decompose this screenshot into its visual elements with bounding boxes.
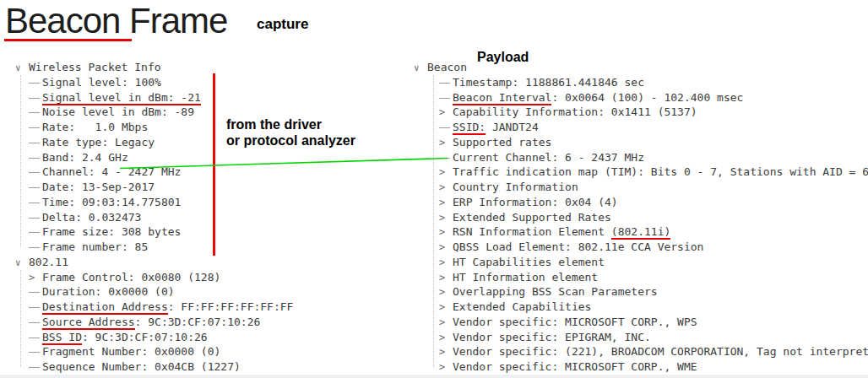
tree-item-text-red-underlined: SSID:	[453, 121, 486, 135]
tree-root-item[interactable]: ∨Beacon	[410, 60, 868, 75]
chevron-right-icon[interactable]: >	[439, 331, 453, 346]
chevron-down-icon[interactable]: ∨	[414, 61, 427, 76]
tree-item[interactable]: SSID: JANDT24	[410, 120, 868, 135]
tree-item-text: HT Information element	[453, 271, 598, 284]
tree-item-text: Channel: 4 - 2427 MHz	[42, 165, 181, 178]
tree-item[interactable]: Frame size: 308 bytes	[12, 224, 409, 240]
bottom-edge-strip	[0, 375, 868, 378]
chevron-right-icon[interactable]: >	[439, 285, 453, 300]
tree-item-text: JANDT24	[486, 121, 539, 133]
beacon-payload-tree: ∨BeaconTimestamp: 1188861.441846 secBeac…	[410, 60, 868, 375]
tree-branch-line	[29, 322, 40, 323]
chevron-right-icon[interactable]: >	[439, 345, 453, 360]
chevron-right-icon[interactable]: >	[439, 181, 453, 196]
tree-item-text: Frame Control: 0x0080 (128)	[42, 271, 220, 284]
tree-item[interactable]: >RSN Information Element (802.11i)	[410, 224, 868, 240]
chevron-right-icon[interactable]: >	[439, 105, 453, 121]
tree-branch-line	[29, 127, 40, 128]
tree-item-text-red-underlined: Signal level in dBm: -21	[42, 91, 201, 105]
tree-item-text: Extended Capabilities	[453, 300, 591, 313]
tree-item-text: Rate type: Legacy	[42, 136, 155, 148]
tree-item[interactable]: Channel: 4 - 2427 MHz	[12, 165, 409, 180]
tree-root-item[interactable]: ∨Wireless Packet Info	[12, 60, 409, 75]
chevron-right-icon[interactable]: >	[439, 240, 453, 256]
tree-item[interactable]: Band: 2.4 GHz	[12, 150, 409, 165]
tree-item[interactable]: >Vendor specific: EPIGRAM, INC.	[410, 330, 868, 345]
tree-item[interactable]: >Country Information	[410, 180, 868, 195]
tree-item[interactable]: Signal level: 100%	[12, 75, 409, 90]
chevron-right-icon[interactable]: >	[29, 271, 42, 286]
tree-item[interactable]: >Frame Control: 0x0080 (128)	[12, 270, 409, 285]
tree-item[interactable]: Rate type: Legacy	[12, 135, 409, 150]
tree-branch-line	[29, 187, 40, 188]
tree-item[interactable]: BSS ID: 9C:3D:CF:07:10:26	[12, 330, 409, 345]
tree-item-text-red-underlined: Beacon Interval	[453, 91, 551, 105]
tree-connector-line	[20, 270, 21, 367]
chevron-right-icon[interactable]: >	[439, 256, 453, 271]
tree-item-text: Delta: 0.032473	[42, 211, 141, 224]
tree-item[interactable]: >HT Capabilities element	[410, 255, 868, 270]
tree-item[interactable]: Date: 13-Sep-2017	[12, 180, 409, 195]
chevron-right-icon[interactable]: >	[439, 360, 453, 375]
chevron-down-icon[interactable]: ∨	[15, 256, 29, 271]
chevron-right-icon[interactable]: >	[439, 136, 453, 151]
chevron-right-icon[interactable]: >	[439, 165, 453, 181]
tree-item-text: Timestamp: 1188861.441846 sec	[453, 76, 644, 89]
tree-item[interactable]: >ERP Information: 0x04 (4)	[410, 195, 868, 210]
tree-item[interactable]: Duration: 0x0000 (0)	[12, 284, 409, 300]
tree-item[interactable]: >HT Information element	[410, 270, 868, 285]
chevron-down-icon[interactable]: ∨	[15, 61, 29, 76]
tree-item-text-red-underlined: Destination Address	[42, 300, 168, 315]
tree-item[interactable]: >Vendor specific: MICROSOFT CORP., WME	[410, 359, 868, 375]
tree-item[interactable]: >QBSS Load Element: 802.11e CCA Version	[410, 240, 868, 255]
chevron-right-icon[interactable]: >	[439, 211, 453, 226]
tree-item-text: Fragment Number: 0x0000 (0)	[42, 345, 220, 358]
tree-item[interactable]: >Extended Supported Rates	[410, 210, 868, 225]
chevron-right-icon[interactable]: >	[439, 300, 453, 316]
tree-item-text: Extended Supported Rates	[453, 211, 611, 224]
tree-connector-line	[433, 75, 434, 367]
tree-item[interactable]: Delta: 0.032473	[12, 210, 409, 225]
tree-item[interactable]: Destination Address: FF:FF:FF:FF:FF:FF	[12, 300, 409, 315]
tree-branch-line	[29, 218, 40, 219]
tree-item-text: Vendor specific: (221), BROADCOM CORPORA…	[453, 345, 868, 358]
tree-item-text: Vendor specific: EPIGRAM, INC.	[453, 331, 651, 343]
tree-item-text: Country Information	[453, 181, 578, 193]
tree-item[interactable]: Noise level in dBm: -89	[12, 105, 409, 120]
tree-item[interactable]: Rate: 1.0 Mbps	[12, 120, 409, 135]
tree-branch-line	[29, 202, 40, 203]
chevron-right-icon[interactable]: >	[439, 196, 453, 211]
tree-item[interactable]: >Extended Capabilities	[410, 300, 868, 315]
tree-item[interactable]: Time: 09:03:14.775801	[12, 195, 409, 210]
tree-branch-line	[439, 98, 450, 99]
tree-item-text-red-underlined: Source Address	[42, 316, 135, 330]
tree-item-text: QBSS Load Element: 802.11e CCA Version	[453, 240, 703, 253]
chevron-right-icon[interactable]: >	[439, 271, 453, 286]
tree-item[interactable]: Current Channel: 6 - 2437 MHz	[410, 150, 868, 165]
tree-item[interactable]: Source Address: 9C:3D:CF:07:10:26	[12, 315, 409, 330]
tree-item-text: Rate: 1.0 Mbps	[42, 121, 148, 133]
tree-item-text-red-underlined: (802.11i)	[611, 225, 670, 240]
tree-item[interactable]: Frame number: 85	[12, 240, 409, 255]
tree-item-text: Supported rates	[453, 136, 551, 148]
tree-item[interactable]: >Vendor specific: (221), BROADCOM CORPOR…	[410, 344, 868, 359]
tree-item[interactable]: >Traffic indication map (TIM): Bits 0 - …	[410, 165, 868, 180]
tree-item-text: RSN Information Element	[453, 225, 611, 238]
tree-item[interactable]: Signal level in dBm: -21	[12, 90, 409, 105]
tree-item[interactable]: >Supported rates	[410, 135, 868, 150]
tree-item-text: : 9C:3D:CF:07:10:26	[82, 331, 208, 343]
tree-branch-line	[439, 83, 450, 84]
tree-root-label: Beacon	[427, 61, 467, 73]
tree-item-text: Time: 09:03:14.775801	[42, 196, 181, 208]
chevron-right-icon[interactable]: >	[439, 225, 453, 240]
tree-item-text-red-underlined: BSS ID	[42, 331, 82, 345]
tree-item[interactable]: Sequence Number: 0x04CB (1227)	[12, 359, 409, 375]
tree-item[interactable]: >Overlapping BSS Scan Parameters	[410, 284, 868, 300]
tree-item[interactable]: >Capability Information: 0x1411 (5137)	[410, 105, 868, 120]
tree-item[interactable]: Fragment Number: 0x0000 (0)	[12, 344, 409, 359]
chevron-right-icon[interactable]: >	[439, 316, 453, 331]
tree-root-item[interactable]: ∨802.11	[12, 255, 409, 270]
tree-item[interactable]: >Vendor specific: MICROSOFT CORP., WPS	[410, 315, 868, 330]
tree-item[interactable]: Timestamp: 1188861.441846 sec	[410, 75, 868, 90]
tree-item[interactable]: Beacon Interval: 0x0064 (100) - 102.400 …	[410, 90, 868, 105]
